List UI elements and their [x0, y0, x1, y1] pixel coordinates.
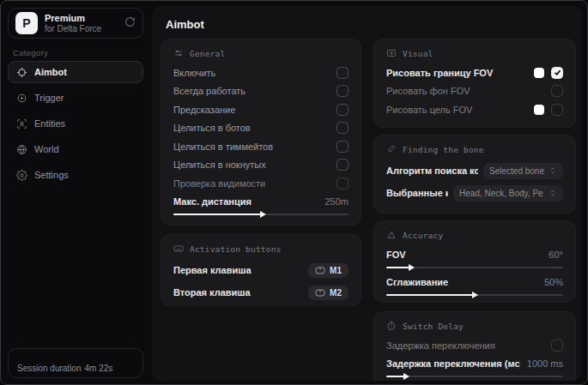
checkbox[interactable]	[551, 104, 563, 116]
toggle-row: Целиться в тиммейтов	[173, 137, 349, 156]
sidebar-item-label: Settings	[34, 170, 69, 180]
crosshair-icon	[16, 67, 27, 78]
toggle-label: Всегда работать	[173, 86, 330, 96]
toggle-row: Проверка видимости	[173, 174, 349, 193]
section-title: Visual	[403, 49, 433, 58]
section-title: General	[190, 49, 225, 58]
brand-subtitle: for Delta Force	[45, 24, 118, 34]
category-label: Category	[13, 48, 48, 57]
mouse-icon	[315, 289, 325, 297]
keybind-button-second[interactable]: M2	[308, 286, 349, 300]
sidebar-item-aimbot[interactable]: Aimbot	[8, 61, 143, 83]
checkbox[interactable]	[336, 177, 349, 189]
sidebar-item-entities[interactable]: Entities	[8, 112, 143, 135]
smoothing-slider[interactable]	[386, 294, 563, 296]
keybind-row: Вторая клавиша M2	[173, 281, 349, 304]
toggle-label: Проверка видимости	[173, 178, 330, 189]
sidebar-item-settings[interactable]: Settings	[8, 164, 143, 186]
bone-icon	[386, 144, 397, 154]
brand-title: Premium	[45, 13, 118, 24]
keyboard-icon	[173, 244, 184, 254]
chevrons-up-down-icon	[549, 166, 557, 175]
section-title: Activation buttons	[190, 244, 282, 254]
smoothing-label: Сглаживание	[386, 277, 537, 287]
sliders-icon	[173, 48, 184, 58]
toggle-row: Включить	[173, 63, 349, 82]
visual-label: Рисовать цель FOV	[386, 105, 527, 115]
fov-label: FOV	[386, 250, 542, 260]
session-duration: Session duration 4m 22s	[8, 348, 143, 378]
gear-icon	[16, 170, 27, 181]
sidebar-item-label: Entities	[34, 118, 65, 129]
slider-value: 250m	[324, 196, 349, 207]
max-distance-slider[interactable]	[173, 214, 349, 215]
brand-card: P Premium for Delta Force	[8, 8, 143, 39]
slider-row: Сглаживание 50%	[386, 274, 563, 292]
visual-label: Рисовать границу FOV	[386, 68, 527, 78]
visual-icon	[386, 48, 397, 58]
app-window: P Premium for Delta Force Category Aimbo…	[0, 0, 588, 385]
switch-delay-toggle-label: Задержка переключения	[386, 340, 544, 351]
angle-icon	[386, 230, 397, 240]
selected-bones-label: Выбранные кос	[386, 188, 448, 198]
section-title: Finding the bone	[403, 145, 484, 154]
section-title: Accuracy	[403, 231, 443, 240]
slider-label: Макс. дистанция	[173, 196, 318, 207]
selected-bones-select[interactable]: Head, Neck, Body, Pe...	[453, 185, 563, 202]
keybind-button-first[interactable]: M1	[308, 263, 349, 278]
toggle-row: Предсказание	[173, 100, 349, 119]
checkbox[interactable]	[336, 85, 349, 97]
visual-row: Рисовать цель FOV	[386, 100, 563, 119]
checkbox[interactable]	[336, 67, 349, 79]
toggle-label: Предсказание	[173, 105, 330, 115]
keybind-label: Вторая клавиша	[173, 287, 301, 298]
toggle-label: Целиться в тиммейтов	[173, 141, 330, 152]
color-swatch[interactable]	[534, 68, 544, 78]
keybind-label: Первая клавиша	[173, 265, 301, 275]
session-label: Session duration	[17, 364, 82, 373]
globe-icon	[16, 144, 27, 155]
bone-row: Алгоритм поиска кост Selected bone	[386, 159, 563, 182]
sidebar-item-label: Aimbot	[34, 67, 67, 77]
smoothing-value: 50%	[544, 277, 563, 287]
sidebar-item-label: Trigger	[34, 93, 64, 103]
page-title: Aimbot	[166, 18, 204, 31]
sidebar-item-trigger[interactable]: Trigger	[8, 87, 143, 109]
checkbox[interactable]	[336, 122, 349, 134]
visual-label: Рисовать фон FOV	[386, 86, 544, 96]
fov-slider[interactable]	[386, 267, 563, 268]
sidebar-item-label: World	[34, 144, 59, 154]
brand-logo: P	[15, 12, 38, 34]
visual-row: Рисовать фон FOV	[386, 82, 563, 101]
toggle-row: Целиться в ботов	[173, 119, 349, 138]
sidebar-item-world[interactable]: World	[8, 138, 143, 160]
bone-algorithm-select[interactable]: Selected bone	[483, 163, 563, 179]
card-switch-delay: Switch Delay Задержка переключения Задер…	[373, 311, 576, 381]
card-accuracy: Accuracy FOV 60° Сглаживание 50%	[373, 220, 576, 303]
color-swatch[interactable]	[534, 105, 544, 115]
switch-delay-ms-value: 1000 ms	[527, 358, 563, 369]
toggle-row: Всегда работать	[173, 82, 349, 101]
keybind-row: Первая клавиша M1	[173, 259, 349, 281]
slider-row: Задержка переключения (мс) 1000 ms	[386, 355, 563, 374]
switch-delay-slider[interactable]	[386, 376, 563, 377]
session-value: 4m 22s	[85, 364, 113, 373]
checkbox[interactable]	[551, 85, 563, 97]
checkbox[interactable]	[336, 159, 349, 171]
entities-icon	[16, 118, 27, 129]
card-general: General Включить Всегда работать Предска…	[161, 39, 361, 226]
slider-row: Макс. дистанция 250m	[173, 193, 349, 212]
trigger-icon	[16, 93, 27, 104]
sync-icon[interactable]	[124, 16, 136, 30]
chevrons-up-down-icon	[549, 189, 557, 197]
toggle-label: Целиться в нокнутых	[173, 159, 330, 170]
checkbox[interactable]	[336, 104, 349, 116]
main-panel: Aimbot General Включить Всегда работать …	[152, 6, 582, 381]
sidebar-nav: Aimbot Trigger Entities World	[8, 61, 143, 186]
checkbox[interactable]	[551, 67, 563, 79]
checkbox[interactable]	[551, 340, 563, 352]
visual-row: Рисовать границу FOV	[386, 63, 563, 82]
timer-icon	[386, 321, 397, 331]
switch-delay-ms-label: Задержка переключения (мс)	[386, 358, 520, 369]
checkbox[interactable]	[336, 141, 349, 153]
